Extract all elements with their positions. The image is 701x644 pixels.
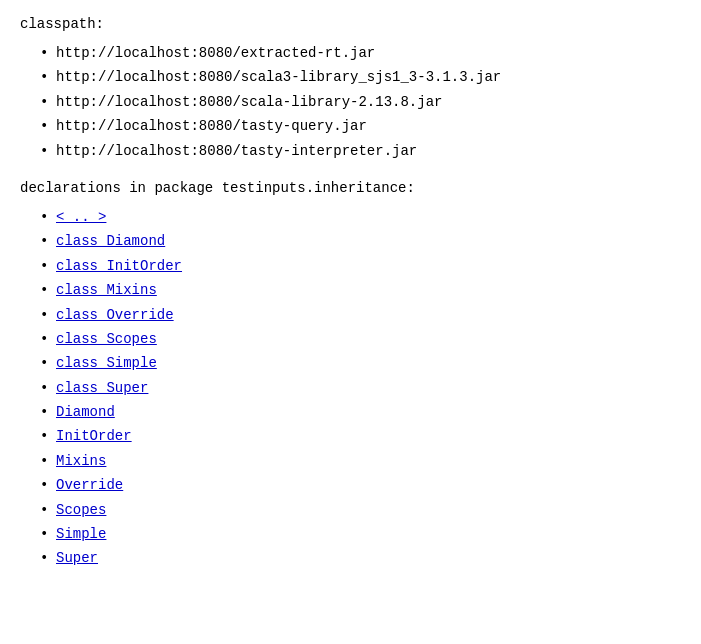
- list-item: < .. >: [36, 206, 681, 228]
- list-item: class Mixins: [36, 279, 681, 301]
- classpath-section: classpath: http://localhost:8080/extract…: [20, 16, 681, 162]
- link-class-simple[interactable]: class Simple: [56, 355, 157, 371]
- link-class-super[interactable]: class Super: [56, 380, 148, 396]
- link-super[interactable]: Super: [56, 550, 98, 566]
- list-item: Super: [36, 547, 681, 569]
- link-class-scopes[interactable]: class Scopes: [56, 331, 157, 347]
- list-item: class InitOrder: [36, 255, 681, 277]
- classpath-item-5: http://localhost:8080/tasty-interpreter.…: [56, 143, 417, 159]
- link-class-override[interactable]: class Override: [56, 307, 174, 323]
- list-item: http://localhost:8080/scala-library-2.13…: [36, 91, 681, 113]
- link-class-diamond[interactable]: class Diamond: [56, 233, 165, 249]
- list-item: Override: [36, 474, 681, 496]
- list-item: Diamond: [36, 401, 681, 423]
- link-mixins[interactable]: Mixins: [56, 453, 106, 469]
- list-item: class Scopes: [36, 328, 681, 350]
- list-item: http://localhost:8080/extracted-rt.jar: [36, 42, 681, 64]
- list-item: Simple: [36, 523, 681, 545]
- list-item: InitOrder: [36, 425, 681, 447]
- list-item: Mixins: [36, 450, 681, 472]
- classpath-item-4: http://localhost:8080/tasty-query.jar: [56, 118, 367, 134]
- declarations-section: declarations in package testinputs.inher…: [20, 180, 681, 570]
- list-item: class Simple: [36, 352, 681, 374]
- list-item: http://localhost:8080/tasty-query.jar: [36, 115, 681, 137]
- list-item: class Super: [36, 377, 681, 399]
- link-initorder[interactable]: InitOrder: [56, 428, 132, 444]
- declarations-list: < .. > class Diamond class InitOrder cla…: [36, 206, 681, 570]
- classpath-list: http://localhost:8080/extracted-rt.jar h…: [36, 42, 681, 162]
- link-class-mixins[interactable]: class Mixins: [56, 282, 157, 298]
- list-item: http://localhost:8080/scala3-library_sjs…: [36, 66, 681, 88]
- link-class-initorder[interactable]: class InitOrder: [56, 258, 182, 274]
- list-item: http://localhost:8080/tasty-interpreter.…: [36, 140, 681, 162]
- list-item: Scopes: [36, 499, 681, 521]
- list-item: class Override: [36, 304, 681, 326]
- declarations-label: declarations in package testinputs.inher…: [20, 180, 681, 196]
- link-simple[interactable]: Simple: [56, 526, 106, 542]
- classpath-label: classpath:: [20, 16, 681, 32]
- classpath-item-2: http://localhost:8080/scala3-library_sjs…: [56, 69, 501, 85]
- link-override[interactable]: Override: [56, 477, 123, 493]
- link-scopes[interactable]: Scopes: [56, 502, 106, 518]
- classpath-item-1: http://localhost:8080/extracted-rt.jar: [56, 45, 375, 61]
- link-parent[interactable]: < .. >: [56, 209, 106, 225]
- link-diamond[interactable]: Diamond: [56, 404, 115, 420]
- classpath-item-3: http://localhost:8080/scala-library-2.13…: [56, 94, 442, 110]
- list-item: class Diamond: [36, 230, 681, 252]
